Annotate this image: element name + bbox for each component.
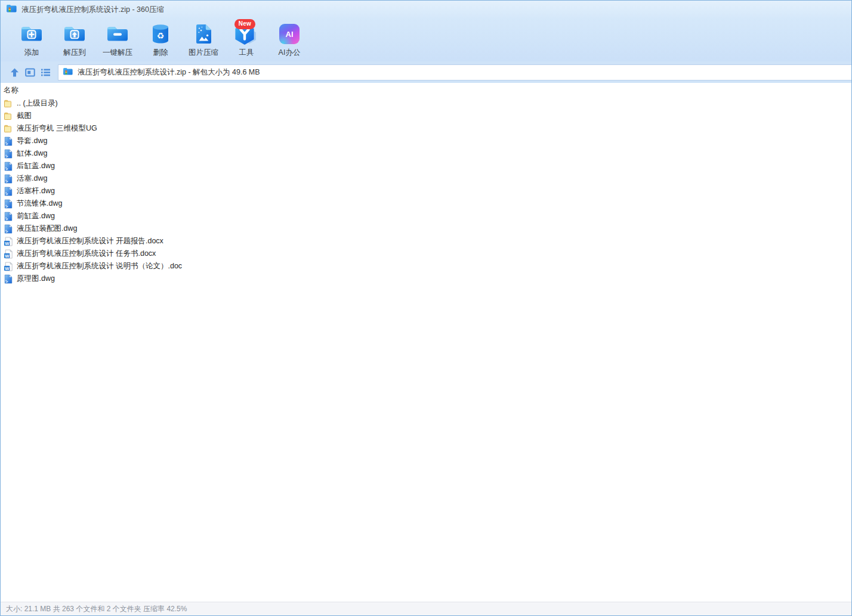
list-item[interactable]: 节流锥体.dwg bbox=[1, 197, 851, 210]
dwg-file-icon bbox=[4, 162, 13, 171]
toolbar-button-extract-to[interactable]: 解压到 bbox=[53, 22, 96, 60]
file-name: 导套.dwg bbox=[17, 136, 47, 146]
column-header-name[interactable]: 名称 bbox=[1, 83, 851, 97]
svg-text:W: W bbox=[5, 265, 10, 271]
folder-icon bbox=[4, 99, 13, 109]
list-item[interactable]: 液压折弯机 三维模型UG bbox=[1, 122, 851, 135]
dwg-file-icon bbox=[4, 149, 13, 159]
dwg-file-icon bbox=[4, 212, 13, 221]
svg-text:♻: ♻ bbox=[157, 30, 165, 40]
window-title: 液压折弯机液压控制系统设计.zip - 360压缩 bbox=[21, 5, 164, 15]
list-view-button[interactable] bbox=[38, 64, 53, 80]
image-compress-icon bbox=[195, 22, 213, 46]
file-name: 活塞杆.dwg bbox=[17, 186, 55, 196]
dwg-file-icon bbox=[4, 174, 13, 184]
ai-office-icon: AI bbox=[279, 22, 300, 46]
svg-text:W: W bbox=[5, 240, 10, 246]
list-item[interactable]: W 液压折弯机液压控制系统设计 说明书（论文）.doc bbox=[1, 260, 851, 273]
folder-icon bbox=[4, 124, 13, 134]
toolbar-button-one-click-extract[interactable]: 一键解压 bbox=[96, 22, 139, 60]
column-header-label: 名称 bbox=[4, 85, 18, 95]
dwg-file-icon bbox=[4, 199, 13, 209]
status-text: 大小: 21.1 MB 共 263 个文件和 2 个文件夹 压缩率 42.5% bbox=[6, 604, 187, 614]
view-mode-button[interactable] bbox=[22, 64, 38, 80]
toolbar-button-label: 删除 bbox=[153, 48, 168, 58]
list-item[interactable]: 后缸盖.dwg bbox=[1, 160, 851, 172]
word-file-icon: W bbox=[4, 237, 13, 246]
dwg-file-icon bbox=[4, 274, 13, 284]
file-name: 活塞.dwg bbox=[17, 174, 47, 184]
toolbar-button-label: 工具 bbox=[239, 48, 254, 58]
add-folder-icon bbox=[20, 22, 44, 46]
list-item[interactable]: 导套.dwg bbox=[1, 135, 851, 147]
extract-to-icon bbox=[63, 22, 87, 46]
list-item[interactable]: W 液压折弯机液压控制系统设计 开题报告.docx bbox=[1, 235, 851, 247]
toolbar-button-tools[interactable]: New 工具 bbox=[225, 22, 268, 60]
one-click-extract-icon bbox=[106, 22, 129, 46]
ai-icon-text: AI bbox=[286, 30, 294, 39]
list-item[interactable]: 液压缸装配图.dwg bbox=[1, 222, 851, 235]
word-file-icon: W bbox=[4, 249, 13, 259]
toolbar-button-ai-office[interactable]: AI AI办公 bbox=[268, 22, 311, 60]
title-bar: 液压折弯机液压控制系统设计.zip - 360压缩 bbox=[1, 1, 851, 18]
dwg-file-icon bbox=[4, 137, 13, 146]
toolbar-button-label: AI办公 bbox=[279, 48, 301, 58]
file-name: 后缸盖.dwg bbox=[17, 161, 55, 171]
navigation-bar: 液压折弯机液压控制系统设计.zip - 解包大小为 49.6 MB bbox=[1, 61, 851, 83]
file-list-area: 名称 .. (上级目录) 截图 液压折弯机 三维模型UG bbox=[1, 83, 851, 602]
toolbar-button-label: 图片压缩 bbox=[189, 48, 218, 58]
list-item[interactable]: 活塞.dwg bbox=[1, 172, 851, 185]
file-name: 液压缸装配图.dwg bbox=[17, 224, 77, 234]
file-name: 液压折弯机 三维模型UG bbox=[17, 123, 97, 134]
file-list: .. (上级目录) 截图 液压折弯机 三维模型UG bbox=[1, 97, 851, 285]
file-name: 截图 bbox=[17, 111, 32, 121]
toolbar-button-image-compress[interactable]: 图片压缩 bbox=[182, 22, 225, 60]
status-bar: 大小: 21.1 MB 共 263 个文件和 2 个文件夹 压缩率 42.5% bbox=[1, 602, 851, 615]
toolbar-button-add[interactable]: 添加 bbox=[10, 22, 53, 60]
file-name: 节流锥体.dwg bbox=[17, 199, 62, 209]
app-window: 液压折弯机液压控制系统设计.zip - 360压缩 添加 bbox=[0, 0, 852, 616]
dwg-file-icon bbox=[4, 224, 13, 234]
folder-icon bbox=[4, 112, 13, 121]
list-item[interactable]: W 液压折弯机液压控制系统设计 任务书.docx bbox=[1, 247, 851, 260]
svg-text:W: W bbox=[5, 253, 10, 258]
address-bar[interactable]: 液压折弯机液压控制系统设计.zip - 解包大小为 49.6 MB bbox=[58, 64, 851, 81]
file-name: 液压折弯机液压控制系统设计 说明书（论文）.doc bbox=[17, 261, 182, 271]
list-item[interactable]: .. (上级目录) bbox=[1, 97, 851, 110]
tools-hexagon-icon: New bbox=[234, 22, 259, 46]
toolbar-button-label: 一键解压 bbox=[103, 48, 132, 58]
list-item[interactable]: 截图 bbox=[1, 110, 851, 122]
list-item[interactable]: 原理图.dwg bbox=[1, 273, 851, 285]
file-name: 前缸盖.dwg bbox=[17, 211, 55, 221]
new-badge: New bbox=[234, 19, 255, 29]
file-name: 缸体.dwg bbox=[17, 148, 47, 159]
delete-trash-icon: ♻ bbox=[152, 22, 169, 46]
list-item[interactable]: 前缸盖.dwg bbox=[1, 210, 851, 222]
toolbar: 添加 解压到 bbox=[1, 18, 851, 61]
toolbar-button-delete[interactable]: ♻ 删除 bbox=[139, 22, 182, 60]
file-name: 原理图.dwg bbox=[17, 274, 55, 284]
address-path-text: 液压折弯机液压控制系统设计.zip - 解包大小为 49.6 MB bbox=[78, 67, 260, 78]
word-file-icon: W bbox=[4, 262, 13, 271]
file-name: .. (上级目录) bbox=[17, 98, 58, 109]
file-name: 液压折弯机液压控制系统设计 开题报告.docx bbox=[17, 236, 163, 246]
up-directory-button[interactable] bbox=[7, 64, 22, 80]
toolbar-button-label: 添加 bbox=[24, 48, 39, 58]
list-item[interactable]: 缸体.dwg bbox=[1, 147, 851, 160]
list-item[interactable]: 活塞杆.dwg bbox=[1, 185, 851, 197]
zip-archive-icon-small bbox=[63, 67, 73, 78]
toolbar-button-label: 解压到 bbox=[63, 48, 86, 58]
zip-archive-icon bbox=[6, 4, 17, 16]
file-name: 液压折弯机液压控制系统设计 任务书.docx bbox=[17, 249, 156, 259]
dwg-file-icon bbox=[4, 187, 13, 196]
